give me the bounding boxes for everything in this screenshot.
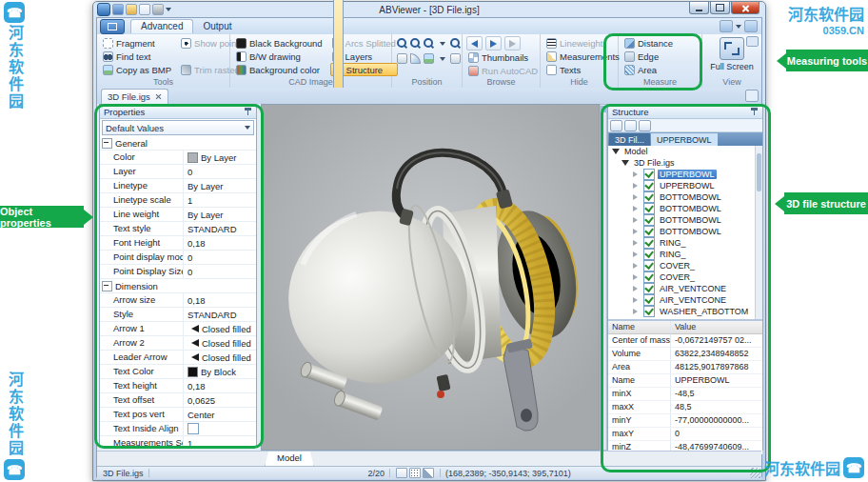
pan-icon[interactable] xyxy=(397,53,407,64)
lineweight-button[interactable]: Lineweight xyxy=(544,36,614,50)
property-row[interactable]: Linetype scale1 xyxy=(100,193,256,208)
property-row[interactable]: Text ColorBy Block xyxy=(100,365,256,379)
minimize-ribbon-button[interactable] xyxy=(746,36,759,47)
thumbnails-button[interactable]: Thumbnails xyxy=(466,50,536,64)
expand-icon[interactable] xyxy=(633,309,641,314)
forward-button[interactable] xyxy=(485,36,502,50)
tree-item[interactable]: AIR_VENTCONE xyxy=(608,283,762,294)
copy-as-bmp-button[interactable]: Copy as BMP xyxy=(101,63,173,76)
property-row[interactable]: Font Height0,18 xyxy=(100,236,256,251)
close-tab-icon[interactable] xyxy=(155,93,162,100)
checkbox-checked[interactable] xyxy=(643,271,655,283)
grid-icon[interactable] xyxy=(409,468,421,478)
property-row[interactable]: Arrow 2Closed filled xyxy=(100,336,256,351)
tree-item[interactable]: WASHER_ATBOTTOM xyxy=(608,306,762,317)
background-color-button[interactable]: Background color xyxy=(234,63,325,76)
checkbox-checked[interactable] xyxy=(643,214,655,226)
zoom-window-icon[interactable] xyxy=(424,38,434,49)
snap-icon[interactable] xyxy=(396,468,407,478)
tree-item[interactable]: BOTTOMBOWL xyxy=(608,203,762,214)
tree-item[interactable]: BOTTOMBOWL xyxy=(608,226,762,237)
edge-button[interactable]: Edge xyxy=(622,50,698,63)
expand-all-icon[interactable] xyxy=(624,120,637,131)
last-page-button[interactable] xyxy=(504,36,521,50)
property-row[interactable]: Text styleSTANDARD xyxy=(100,222,256,236)
property-row[interactable]: Leader ArrowClosed filled xyxy=(100,351,256,365)
checkbox-checked[interactable] xyxy=(643,294,655,306)
tab-advanced[interactable]: Advanced xyxy=(130,19,193,33)
checkbox-checked[interactable] xyxy=(643,180,655,191)
checkbox-checked[interactable] xyxy=(643,226,655,237)
tree-item-file[interactable]: 3D File.igs xyxy=(608,157,762,169)
maximize-button[interactable] xyxy=(710,2,730,14)
document-tab[interactable]: 3D File.igs xyxy=(101,89,168,104)
details-row[interactable]: Center of mass-0,0672149757 02... xyxy=(608,334,762,348)
expand-icon[interactable] xyxy=(633,263,641,269)
checkbox-checked[interactable] xyxy=(643,249,655,260)
collapse-icon[interactable] xyxy=(102,281,112,291)
3d-viewport[interactable] xyxy=(261,104,600,451)
property-row[interactable]: Point display mode0 xyxy=(100,251,256,265)
details-row[interactable]: Volume63822,2348948852 xyxy=(608,348,762,361)
details-row[interactable]: NameUPPERBOWL xyxy=(608,374,762,388)
scrollbar-button[interactable] xyxy=(601,106,606,112)
tab-output[interactable]: Output xyxy=(193,20,241,33)
tree-item[interactable]: UPPERBOWL xyxy=(608,180,762,191)
bw-drawing-button[interactable]: B/W drawing xyxy=(234,50,325,63)
property-row[interactable]: Point Display Size0 xyxy=(100,265,256,279)
application-menu-button[interactable] xyxy=(100,19,125,34)
angle-icon[interactable] xyxy=(423,468,434,478)
expand-icon[interactable] xyxy=(633,217,641,223)
tree-scrollbar[interactable] xyxy=(755,146,762,319)
details-row[interactable]: minX-48,5 xyxy=(608,388,762,401)
resize-grip[interactable] xyxy=(750,468,760,478)
tab-list-button[interactable] xyxy=(745,90,759,102)
tab-upperbowl[interactable]: UPPERBOWL xyxy=(651,133,718,146)
checkbox-checked[interactable] xyxy=(643,306,655,317)
property-row[interactable]: Text height0,18 xyxy=(100,379,256,393)
close-button[interactable] xyxy=(731,2,760,14)
model-sheet-tab[interactable]: Model xyxy=(265,452,314,467)
properties-preset-dropdown[interactable]: Default Values xyxy=(102,120,254,135)
checkbox-checked[interactable] xyxy=(643,203,655,214)
expand-icon[interactable] xyxy=(633,240,641,246)
property-row[interactable]: LinetypeBy Layer xyxy=(100,179,256,193)
pin-icon[interactable] xyxy=(244,107,252,116)
expand-icon[interactable] xyxy=(633,206,641,211)
texts-button[interactable]: Texts xyxy=(544,63,614,76)
zoom-in-icon[interactable] xyxy=(397,38,407,49)
expand-icon[interactable] xyxy=(633,229,641,234)
property-row[interactable]: Text Inside Align xyxy=(100,422,256,436)
fragment-button[interactable]: Fragment xyxy=(101,36,173,50)
style-icon[interactable] xyxy=(720,20,733,32)
checkbox-checked[interactable] xyxy=(643,283,655,294)
titlebar[interactable]: ABViewer - [3D File.igs] xyxy=(93,2,765,17)
tree-item[interactable]: RING_ xyxy=(608,237,762,249)
expanded-icon[interactable] xyxy=(612,149,620,154)
tree-item[interactable]: BOTTOMBOWL xyxy=(608,191,762,203)
zoom-out-icon[interactable] xyxy=(410,38,421,49)
tree-item[interactable]: COVER_ xyxy=(608,271,762,283)
property-row[interactable]: Arrow size0,18 xyxy=(100,293,256,308)
run-autocad-button[interactable]: Run AutoCAD xyxy=(466,64,536,77)
tree-item[interactable]: BOTTOMBOWL xyxy=(608,214,762,226)
zoom-extents-icon[interactable] xyxy=(450,38,461,49)
expand-icon[interactable] xyxy=(633,194,641,200)
section-general[interactable]: General xyxy=(100,136,256,151)
checkbox-checked[interactable] xyxy=(643,191,655,203)
expand-icon[interactable] xyxy=(633,274,641,280)
view-mode-icon[interactable] xyxy=(424,53,434,64)
distance-button[interactable]: Distance xyxy=(622,36,698,50)
minimize-button[interactable] xyxy=(689,2,709,14)
property-row[interactable]: Layer0 xyxy=(100,165,256,179)
rotate-icon[interactable] xyxy=(410,53,421,64)
tab-3d-file[interactable]: 3D Fil... xyxy=(609,133,650,146)
help-icon[interactable] xyxy=(744,20,758,32)
pin-icon[interactable] xyxy=(750,107,759,116)
tree-item[interactable]: AIR_VENTCONE xyxy=(608,294,762,306)
expand-icon[interactable] xyxy=(633,251,641,257)
checkbox-checked[interactable] xyxy=(643,260,655,271)
style-caret-icon[interactable] xyxy=(736,25,741,29)
tree-item[interactable]: COVER_ xyxy=(608,260,762,271)
property-row[interactable]: Measurements Scale1 xyxy=(100,436,256,451)
